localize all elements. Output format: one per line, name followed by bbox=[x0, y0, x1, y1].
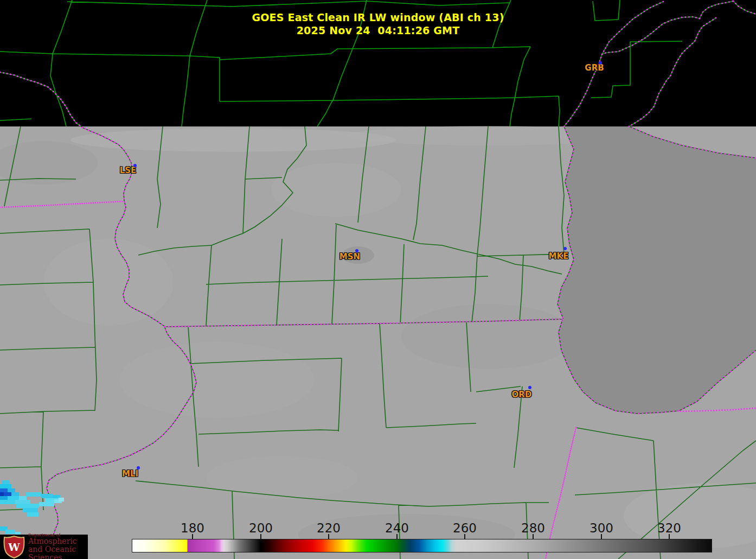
cloud-texture bbox=[119, 342, 315, 418]
cold-cloud-pixel bbox=[2, 480, 9, 485]
cold-cloud-pixel bbox=[16, 504, 39, 508]
logo-line-1: Atmospheric bbox=[28, 537, 88, 545]
colorbar-tick-label: 180 bbox=[171, 521, 214, 535]
colorbar-tick-label: 260 bbox=[443, 521, 486, 535]
station-dot-lse bbox=[133, 164, 137, 167]
station-dot-mke bbox=[563, 247, 567, 250]
logo-line-2: and Oceanic Sciences bbox=[28, 545, 88, 559]
cold-cloud-pixel bbox=[8, 488, 15, 492]
cloud-texture bbox=[401, 304, 575, 369]
station-label-lse: LSE bbox=[109, 166, 147, 175]
cold-cloud-pixel bbox=[23, 508, 38, 512]
lake-michigan bbox=[558, 126, 756, 414]
cold-cloud-pixel bbox=[59, 498, 64, 501]
colorbar-tick-mark bbox=[260, 534, 261, 539]
aos-logo-text: Department of Atmospheric and Oceanic Sc… bbox=[28, 532, 88, 559]
station-label-msn: MSN bbox=[331, 252, 369, 262]
colorbar-tick-mark bbox=[192, 534, 193, 539]
cold-cloud-pixel bbox=[39, 502, 54, 506]
cold-cloud-pixel bbox=[15, 500, 30, 504]
cloud-texture bbox=[71, 128, 396, 152]
cold-cloud-pixel bbox=[0, 500, 15, 504]
colorbar-tick-label: 200 bbox=[239, 521, 283, 535]
cold-cloud-pixel bbox=[0, 492, 4, 496]
cold-cloud-pixel bbox=[26, 492, 41, 497]
colorbar-tick-label: 240 bbox=[375, 521, 419, 535]
station-dot-ord bbox=[528, 386, 531, 389]
cold-cloud-pixel bbox=[4, 492, 11, 496]
station-label-mli: MLI bbox=[111, 469, 149, 479]
colorbar-tick-label: 280 bbox=[511, 521, 555, 535]
cold-cloud-pixel bbox=[5, 530, 15, 534]
crest-letter: W bbox=[8, 541, 20, 553]
station-dot-mli bbox=[137, 466, 140, 469]
colorbar-tick-mark bbox=[601, 534, 602, 539]
cloud-texture bbox=[206, 456, 358, 499]
goes-satellite-image: GOES East Clean IR LW window (ABI ch 13)… bbox=[0, 0, 756, 559]
space-region bbox=[0, 0, 756, 126]
colorbar-tick-mark bbox=[669, 534, 670, 539]
colorbar-tick-mark bbox=[464, 534, 465, 539]
cold-cloud-pixel bbox=[19, 496, 27, 500]
cold-cloud-pixel bbox=[0, 496, 8, 500]
cold-cloud-pixel bbox=[8, 496, 19, 500]
colorbar-tick-mark bbox=[396, 534, 398, 539]
colorbar-tick-label: 220 bbox=[307, 521, 350, 535]
colorbar-tick-mark bbox=[328, 534, 329, 539]
aos-logo: W Department of Atmospheric and Oceanic … bbox=[0, 535, 88, 559]
cold-cloud-pixel bbox=[0, 484, 11, 488]
temperature-colorbar bbox=[132, 539, 712, 552]
cold-cloud-pixel bbox=[41, 494, 53, 498]
uw-crest-icon: W bbox=[3, 536, 25, 558]
station-label-grb: GRB bbox=[575, 63, 613, 73]
cold-cloud-pixel bbox=[27, 512, 39, 517]
cold-cloud-pixel bbox=[0, 488, 8, 492]
colorbar-tick-mark bbox=[533, 534, 534, 539]
station-label-mke: MKE bbox=[540, 252, 578, 261]
colorbar-tick-label: 320 bbox=[648, 521, 691, 535]
cold-cloud-pixel bbox=[11, 492, 19, 496]
colorbar-tick-label: 300 bbox=[580, 521, 623, 535]
station-label-ord: ORD bbox=[503, 390, 541, 399]
station-dot-msn bbox=[355, 249, 358, 252]
station-dot-grb bbox=[599, 61, 602, 65]
